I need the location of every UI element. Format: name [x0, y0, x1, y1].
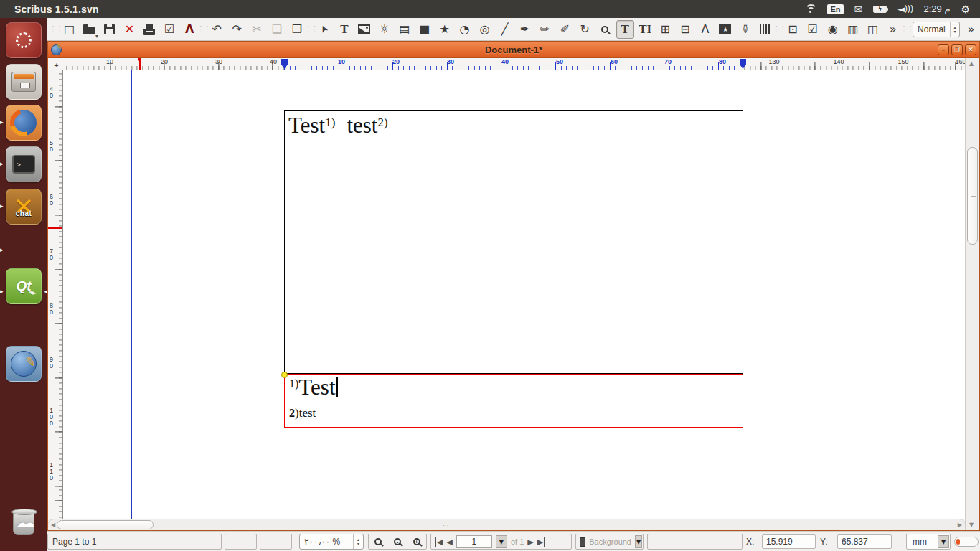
launcher-item-terminal[interactable]: >_ — [6, 146, 42, 182]
rotate-item-tool[interactable]: ↻ — [576, 20, 594, 39]
session-gear-icon[interactable]: ⚙ — [961, 4, 970, 15]
insert-polygon-tool[interactable]: ★ — [435, 20, 453, 39]
unit-selector[interactable]: mm ▼ — [906, 534, 951, 550]
zoom-in-button[interactable]: + — [407, 534, 426, 549]
battery-icon[interactable]: ϟ — [873, 6, 887, 13]
magnifier-dot-icon: • — [394, 538, 401, 545]
pdf-checkbox-tool[interactable]: ☑ — [804, 20, 821, 39]
print-button[interactable] — [141, 20, 159, 39]
zoom-level-spinbox[interactable]: ٢٠٠٫٠٠ % ▴▾ — [299, 534, 364, 550]
combo-spinner[interactable]: ▴▾ — [950, 22, 959, 37]
insert-table-tool[interactable]: ▤ — [395, 20, 413, 39]
first-page-button[interactable]: ◀ — [435, 537, 443, 547]
preflight-verifier-button[interactable]: ☑ — [161, 20, 179, 39]
volume-icon[interactable]: ◄))) — [897, 4, 913, 14]
ruler-origin[interactable]: + — [48, 58, 65, 70]
vertical-scroll-thumb[interactable] — [967, 147, 978, 245]
redo-button[interactable]: ↷ — [228, 20, 246, 39]
insert-calligraphic-tool[interactable]: ✐ — [556, 20, 574, 39]
launcher-item-firefox[interactable] — [6, 105, 42, 141]
unit-dropdown-button[interactable]: ▼ — [938, 535, 949, 548]
document-title-bar[interactable]: Document-1* – ❐ ✕ — [48, 42, 979, 58]
close-window-button[interactable]: ✕ — [965, 44, 976, 55]
minimize-button[interactable]: – — [938, 44, 949, 55]
zoom-spinner[interactable]: ▴▾ — [353, 534, 363, 549]
terminal-icon: >_ — [12, 155, 35, 174]
link-text-frames-tool[interactable]: ⊞ — [656, 20, 674, 39]
export-pdf-button[interactable]: Λ — [181, 20, 199, 39]
zoom-tool[interactable] — [596, 20, 614, 39]
previous-page-button[interactable]: ◀ — [446, 537, 452, 547]
paste-button[interactable]: ❐ — [288, 20, 306, 39]
footnotes-frame[interactable]: 1)Test 2)test — [284, 374, 743, 428]
clock[interactable]: م 2:29 — [923, 4, 950, 14]
vertical-ruler[interactable]: 40 50 60 70 80 90 100 110 — [48, 70, 63, 519]
toolbar-overflow-button[interactable]: » — [884, 20, 902, 39]
toolbar-grip[interactable]: ⋮⋮ — [201, 20, 206, 39]
insert-spiral-tool[interactable]: ◎ — [476, 20, 494, 39]
page-dropdown-button[interactable]: ▼ — [496, 535, 507, 548]
vertical-scrollbar[interactable]: ▲ ▼ — [965, 58, 979, 530]
edit-contents-tool[interactable]: T — [616, 20, 634, 39]
insert-render-frame-tool[interactable]: ☼ — [375, 20, 393, 39]
insert-arc-tool[interactable]: ◔ — [456, 20, 473, 39]
pdf-push-button-tool[interactable]: ⊡ — [783, 20, 801, 39]
keyboard-layout-indicator[interactable]: En — [827, 4, 843, 14]
insert-image-frame-tool[interactable] — [355, 20, 373, 39]
close-document-button[interactable]: ✕ — [121, 20, 138, 39]
toolbar-grip[interactable]: ⋮⋮ — [53, 20, 58, 39]
launcher-item-scribus[interactable]: ✐ — [6, 346, 42, 382]
barcode-tool[interactable] — [756, 20, 774, 39]
select-item-tool[interactable]: ➤ — [315, 20, 333, 39]
measurements-tool[interactable]: Ʌ — [697, 20, 715, 39]
horizontal-scrollbar[interactable]: ◀ ⋯ ▶ — [48, 519, 965, 530]
next-page-button[interactable]: ▶ — [527, 537, 533, 547]
toolbar-grip[interactable]: ⋮⋮ — [904, 20, 909, 39]
eyedropper-tool[interactable]: ✑ — [736, 20, 754, 39]
horizontal-ruler[interactable]: 10 20 30 40 10 20 30 40 50 60 70 80 130 … — [65, 58, 965, 70]
launcher-item-files[interactable] — [6, 64, 42, 100]
layer-dropdown-button[interactable]: ▼ — [635, 535, 642, 548]
story-editor-tool[interactable]: TI — [636, 20, 654, 39]
scroll-up-arrow[interactable]: ▲ — [969, 60, 974, 67]
zoom-out-button[interactable]: − — [369, 534, 387, 549]
copy-item-properties-tool[interactable]: ★ — [717, 20, 735, 39]
insert-bezier-tool[interactable]: ✒ — [516, 20, 534, 39]
toolbar-grip[interactable]: ⋮⋮ — [776, 20, 781, 39]
toolbar-grip[interactable]: ⋮⋮ — [308, 20, 313, 39]
pdf-text-field-tool[interactable]: ▥ — [844, 20, 862, 39]
launcher-item-qtcreator[interactable]: Qt ✒ — [6, 268, 42, 304]
text-frame-main[interactable]: Test1)test2) — [284, 110, 743, 374]
paragraph-style-combo[interactable]: Normal ▴▾ — [913, 22, 960, 37]
undo-button[interactable]: ↶ — [208, 20, 226, 39]
magnifier-icon — [601, 26, 608, 33]
open-document-button[interactable]: ▾ — [80, 20, 98, 39]
launcher-item-dash[interactable] — [6, 22, 42, 58]
save-document-button[interactable] — [100, 20, 118, 39]
scroll-left-arrow[interactable]: ◀ — [51, 522, 55, 528]
insert-line-tool[interactable]: ╱ — [496, 20, 514, 39]
pdf-combo-box-tool[interactable]: ◫ — [864, 20, 882, 39]
page-canvas[interactable]: Test1)test2) 1)Test 2)test — [63, 70, 965, 519]
mail-icon[interactable]: ✉ — [854, 4, 863, 15]
toolbar-overflow-button[interactable]: » — [962, 20, 980, 39]
wifi-icon[interactable] — [804, 4, 816, 14]
weld-anchor-dot[interactable] — [281, 372, 288, 378]
frame-ruler-section[interactable]: 10 20 30 40 50 60 70 80 — [284, 58, 743, 70]
insert-freehand-tool[interactable]: ✏ — [536, 20, 554, 39]
zoom-100-button[interactable]: • — [388, 534, 407, 549]
unlink-text-frames-tool[interactable]: ⊟ — [677, 20, 694, 39]
new-document-button[interactable]: □ — [60, 20, 78, 39]
insert-shape-tool[interactable]: ■ — [415, 20, 433, 39]
page-number-field[interactable] — [456, 535, 492, 548]
insert-text-frame-tool[interactable]: T — [335, 20, 353, 39]
layer-selector[interactable]: Background ▼ — [575, 534, 644, 550]
last-page-button[interactable]: ▶ — [537, 537, 545, 547]
launcher-item-trash[interactable]: ☁☁ — [6, 505, 42, 541]
launcher-item-xchat[interactable]: ✕ chat — [6, 189, 42, 225]
restore-button[interactable]: ❐ — [951, 44, 963, 55]
horizontal-scroll-thumb[interactable] — [57, 520, 154, 529]
scroll-right-arrow[interactable]: ▶ — [958, 522, 962, 528]
scroll-down-arrow[interactable]: ▼ — [969, 522, 974, 528]
pdf-radio-button-tool[interactable]: ◉ — [824, 20, 842, 39]
